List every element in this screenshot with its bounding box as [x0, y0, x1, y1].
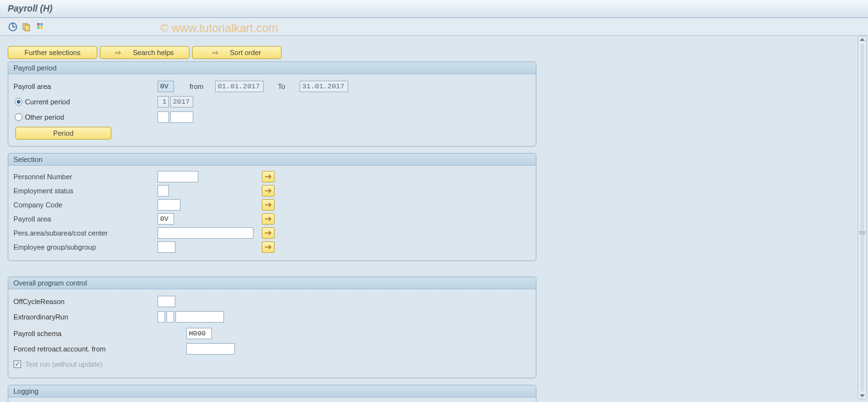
current-period-num [157, 96, 169, 108]
payroll-period-header: Payroll period [8, 62, 536, 74]
title-text: Payroll (H) [8, 3, 52, 13]
company-code-multi-button[interactable] [262, 199, 275, 211]
scroll-up-icon[interactable] [860, 38, 865, 41]
logging-group: Logging Display log [8, 385, 536, 402]
testrun-label: Test run (without update) [25, 360, 102, 368]
company-code-label: Company Code [13, 201, 157, 209]
execute-icon[interactable] [8, 22, 18, 32]
current-period-radio[interactable] [15, 98, 22, 106]
retro-input[interactable] [186, 343, 235, 355]
employee-group-input[interactable] [157, 241, 175, 253]
period-button[interactable]: Period [15, 127, 111, 140]
personnel-number-label: Personnel Number [13, 173, 157, 181]
schema-input[interactable] [186, 328, 212, 339]
other-period-radio[interactable] [15, 113, 22, 121]
svg-rect-6 [40, 26, 43, 29]
extraordinary-input-3[interactable] [175, 311, 224, 323]
selection-header: Selection [8, 154, 536, 166]
to-label: To [278, 83, 300, 90]
pers-area-label: Pers.area/subarea/cost center [13, 229, 157, 237]
sort-order-label: Sort order [230, 49, 261, 56]
vertical-scrollbar[interactable] [858, 36, 867, 399]
payroll-period-group: Payroll period Payroll area from To Curr… [8, 61, 536, 147]
offcycle-input[interactable] [157, 296, 175, 307]
from-date [215, 81, 264, 92]
arrow-right-icon: ⇨ [115, 49, 121, 57]
pers-area-multi-button[interactable] [262, 227, 275, 239]
schema-label: Payroll schema [13, 330, 186, 337]
scroll-down-icon[interactable] [860, 394, 865, 398]
employee-group-multi-button[interactable] [262, 241, 275, 253]
from-label: from [189, 83, 215, 90]
extraordinary-label: ExtraordinaryRun [13, 313, 157, 321]
other-period-label: Other period [25, 113, 64, 121]
svg-rect-2 [25, 25, 29, 31]
retro-label: Forced retroact.account. from [13, 345, 186, 353]
extraordinary-input-2[interactable] [166, 311, 174, 323]
current-period-year [170, 96, 193, 108]
to-date [300, 81, 348, 92]
sel-payroll-area-multi-button[interactable] [262, 213, 275, 225]
top-button-row: Further selections ⇨ Search helps ⇨ Sort… [8, 46, 850, 59]
overall-group: Overall program control OffCycleReason E… [8, 277, 536, 378]
arrow-right-icon: ⇨ [213, 49, 218, 57]
further-selections-button[interactable]: Further selections [8, 46, 97, 59]
extraordinary-input-1[interactable] [157, 311, 165, 323]
logging-header: Logging [8, 385, 536, 398]
content-area: Further selections ⇨ Search helps ⇨ Sort… [0, 36, 855, 402]
payroll-area-label: Payroll area [13, 83, 157, 90]
other-period-num[interactable] [157, 111, 169, 123]
personnel-number-input[interactable] [157, 171, 198, 182]
sel-payroll-area-input[interactable] [157, 213, 174, 225]
testrun-checkbox [13, 360, 21, 368]
employment-status-label: Employment status [13, 187, 157, 195]
personnel-number-multi-button[interactable] [262, 171, 275, 182]
payroll-area-input[interactable] [157, 81, 174, 92]
overall-header: Overall program control [8, 277, 536, 289]
svg-rect-3 [37, 23, 40, 26]
get-variant-icon[interactable] [22, 22, 32, 32]
employee-group-label: Employee group/subgroup [13, 243, 157, 251]
app-toolbar [0, 18, 868, 36]
current-period-label: Current period [25, 98, 70, 106]
scroll-track[interactable] [860, 44, 864, 392]
color-legend-icon[interactable] [36, 22, 46, 32]
svg-rect-4 [40, 23, 43, 26]
offcycle-label: OffCycleReason [13, 298, 157, 305]
further-selections-label: Further selections [24, 49, 80, 56]
company-code-input[interactable] [157, 199, 181, 211]
search-helps-button[interactable]: ⇨ Search helps [100, 46, 189, 59]
employment-status-input[interactable] [157, 185, 169, 197]
other-period-year[interactable] [170, 111, 193, 123]
pers-area-input[interactable] [157, 227, 253, 239]
splitter-handle-icon[interactable] [858, 228, 867, 237]
search-helps-label: Search helps [133, 49, 173, 56]
selection-group: Selection Personnel Number Employment st… [8, 153, 536, 261]
sort-order-button[interactable]: ⇨ Sort order [192, 46, 282, 59]
page-title: Payroll (H) [0, 0, 868, 18]
employment-status-multi-button[interactable] [262, 185, 275, 197]
sel-payroll-area-label: Payroll area [13, 215, 157, 223]
svg-rect-5 [37, 26, 40, 29]
period-button-label: Period [53, 129, 74, 137]
